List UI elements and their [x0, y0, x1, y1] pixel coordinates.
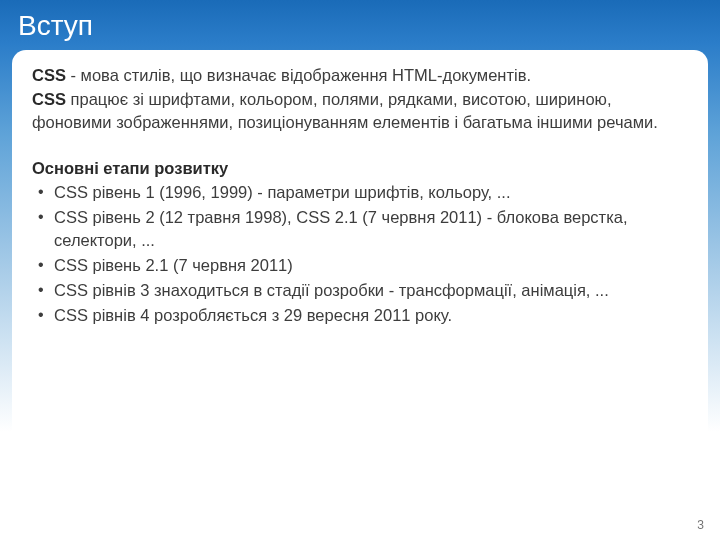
list-item: CSS рівень 2 (12 травня 1998), CSS 2.1 (… — [36, 206, 688, 251]
page-number: 3 — [697, 518, 704, 532]
list-item: CSS рівнів 3 знаходиться в стадії розроб… — [36, 279, 688, 301]
para2-bold: CSS — [32, 90, 66, 108]
list-item: CSS рівень 2.1 (7 червня 2011) — [36, 254, 688, 276]
para2-text: працює зі шрифтами, кольором, полями, ря… — [32, 90, 658, 130]
list-item: CSS рівень 1 (1996, 1999) - параметри шр… — [36, 181, 688, 203]
content-panel: CSS - мова стилів, що визначає відображе… — [12, 50, 708, 524]
list-item: CSS рівнів 4 розробляється з 29 вересня … — [36, 304, 688, 326]
para1-text: - мова стилів, що визначає відображення … — [66, 66, 531, 84]
title-bar: Вступ — [0, 0, 720, 50]
paragraph-2: CSS працює зі шрифтами, кольором, полями… — [32, 88, 688, 133]
spacer — [32, 135, 688, 157]
page-title: Вступ — [18, 10, 702, 42]
subheading: Основні етапи розвитку — [32, 157, 688, 179]
para1-bold: CSS — [32, 66, 66, 84]
bullet-list: CSS рівень 1 (1996, 1999) - параметри шр… — [32, 181, 688, 327]
paragraph-1: CSS - мова стилів, що визначає відображе… — [32, 64, 688, 86]
